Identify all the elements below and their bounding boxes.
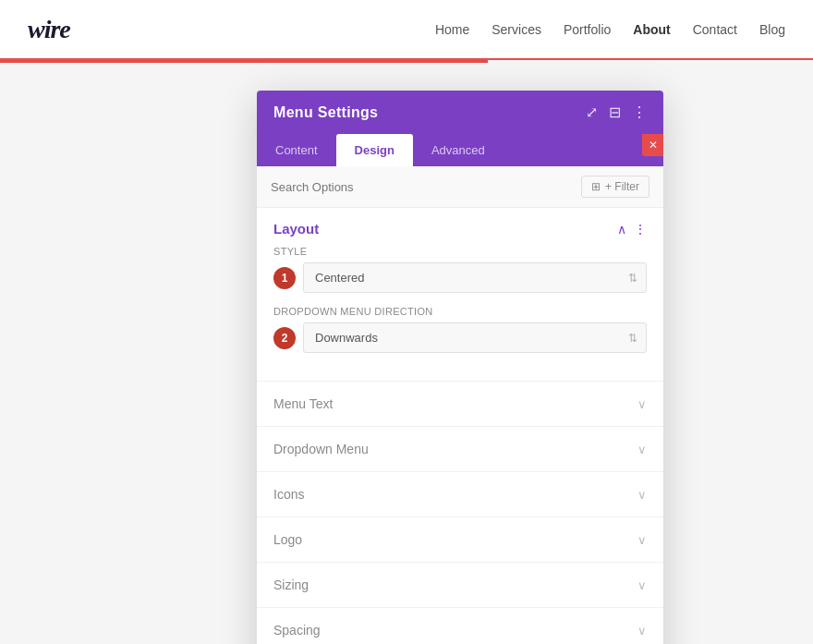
nav-item-about[interactable]: About: [633, 21, 670, 38]
layout-section-header[interactable]: Layout ∧ ⋮: [257, 208, 663, 237]
style-select-wrapper: Centered Left Right Inline ⇅: [303, 262, 647, 293]
logo-section[interactable]: Logo ∨: [257, 517, 663, 563]
logo-chevron: ∨: [637, 533, 647, 547]
sizing-label: Sizing: [273, 577, 309, 592]
modal-header-icons: ⤢ ⊟ ⋮: [586, 103, 647, 121]
nav-item-services[interactable]: Services: [491, 21, 541, 38]
modal-tabs: Content Design Advanced: [257, 134, 663, 166]
dropdown-select[interactable]: Downwards Upwards: [303, 322, 647, 353]
spacing-label: Spacing: [273, 623, 321, 638]
style-field-label: Style: [273, 246, 647, 257]
main-content: Menu Settings ⤢ ⊟ ⋮ Content Design Advan…: [0, 63, 813, 644]
menu-settings-panel: Menu Settings ⤢ ⊟ ⋮ Content Design Advan…: [257, 91, 663, 644]
modal-header: Menu Settings ⤢ ⊟ ⋮: [257, 91, 663, 134]
top-navigation: wire Home Services Portfolio About Conta…: [0, 0, 813, 60]
icons-section[interactable]: Icons ∨: [257, 472, 663, 517]
logo-label: Logo: [273, 532, 302, 547]
menu-text-section[interactable]: Menu Text ∨: [257, 382, 663, 427]
columns-icon[interactable]: ⊟: [609, 103, 621, 121]
nav-links: Home Services Portfolio About Contact Bl…: [435, 21, 785, 38]
menu-text-label: Menu Text: [273, 396, 333, 411]
dropdown-badge: 2: [273, 327, 296, 349]
dropdown-menu-label: Dropdown Menu: [273, 442, 369, 456]
modal-body: Layout ∧ ⋮ Style 1 Centered Lef: [257, 208, 663, 644]
sizing-chevron: ∨: [637, 578, 647, 592]
nav-item-blog[interactable]: Blog: [759, 21, 785, 38]
dropdown-select-row: 2 Downwards Upwards ⇅: [273, 322, 647, 353]
dropdown-select-wrapper: Downwards Upwards ⇅: [303, 322, 647, 353]
section-more-icon[interactable]: ⋮: [634, 222, 647, 237]
close-button[interactable]: ✕: [642, 134, 663, 156]
search-input[interactable]: [271, 180, 581, 194]
tab-design[interactable]: Design: [336, 134, 413, 166]
layout-section-content: Style 1 Centered Left Right Inline ⇅: [257, 237, 663, 381]
tab-advanced[interactable]: Advanced: [413, 134, 504, 166]
menu-text-chevron: ∨: [637, 397, 647, 411]
site-logo: wire: [28, 15, 70, 44]
nav-item-portfolio[interactable]: Portfolio: [564, 21, 611, 38]
tab-content[interactable]: Content: [257, 134, 336, 166]
spacing-chevron: ∨: [637, 624, 647, 638]
layout-section-icons: ∧ ⋮: [617, 222, 647, 237]
dropdown-field-label: Dropdown Menu Direction: [273, 306, 647, 317]
collapse-icon[interactable]: ∧: [617, 222, 626, 237]
layout-section: Layout ∧ ⋮ Style 1 Centered Lef: [257, 208, 663, 382]
nav-item-contact[interactable]: Contact: [693, 21, 737, 38]
icons-label: Icons: [273, 487, 304, 502]
modal-title: Menu Settings: [273, 104, 378, 121]
filter-icon: ⊞: [591, 180, 601, 193]
style-select[interactable]: Centered Left Right Inline: [303, 262, 647, 293]
search-bar: ⊞ + Filter: [257, 166, 663, 208]
style-select-row: 1 Centered Left Right Inline ⇅: [273, 262, 647, 293]
sizing-section[interactable]: Sizing ∨: [257, 563, 663, 608]
more-options-icon[interactable]: ⋮: [632, 103, 647, 121]
layout-section-title: Layout: [273, 221, 319, 237]
dropdown-menu-section[interactable]: Dropdown Menu ∨: [257, 427, 663, 472]
nav-item-home[interactable]: Home: [435, 21, 469, 38]
icons-chevron: ∨: [637, 488, 647, 502]
expand-icon[interactable]: ⤢: [586, 103, 598, 121]
filter-button[interactable]: ⊞ + Filter: [581, 176, 649, 198]
dropdown-menu-chevron: ∨: [637, 443, 647, 456]
spacing-section[interactable]: Spacing ∨: [257, 608, 663, 644]
style-badge: 1: [273, 267, 296, 289]
